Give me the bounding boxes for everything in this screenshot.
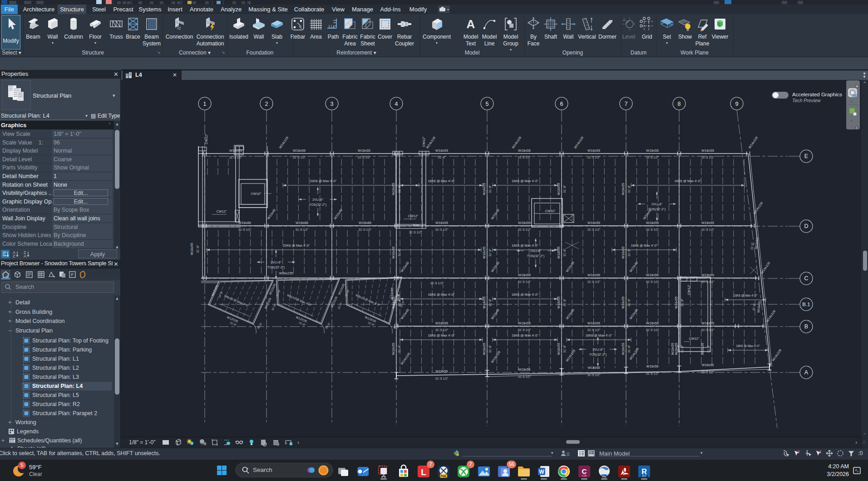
svg-text:W18x55: W18x55 xyxy=(358,149,370,153)
svg-text:8: 8 xyxy=(678,101,681,107)
svg-text:W18x55: W18x55 xyxy=(646,221,659,225)
svg-text:31'-5 1/2": 31'-5 1/2" xyxy=(646,328,659,332)
svg-text:31'-8": 31'-8" xyxy=(488,248,492,257)
svg-text:TOS(32'-2"): TOS(32'-2") xyxy=(527,254,544,258)
svg-text:CW12": CW12" xyxy=(204,134,208,144)
svg-text:W18x55: W18x55 xyxy=(646,321,659,325)
svg-text:31'-5 1/2": 31'-5 1/2" xyxy=(430,282,444,285)
svg-text:W18x55: W18x55 xyxy=(391,247,395,259)
svg-text:A: A xyxy=(467,17,475,31)
svg-text:W18x55: W18x55 xyxy=(621,297,625,309)
svg-text:W10x49: W10x49 xyxy=(399,308,410,320)
svg-text:2VLI-6": 2VLI-6" xyxy=(312,198,323,202)
svg-text:31'-5 1/2": 31'-5 1/2" xyxy=(518,156,531,159)
svg-text:W14x109: W14x109 xyxy=(573,136,584,149)
svg-text::0: :0 xyxy=(566,452,570,457)
svg-text:W18x55: W18x55 xyxy=(557,247,561,259)
svg-text:31'-5 1/2": 31'-5 1/2" xyxy=(409,231,422,234)
svg-text:W18x55: W18x55 xyxy=(621,247,625,259)
svg-text:CW12": CW12" xyxy=(422,136,426,147)
svg-text:1: 1 xyxy=(203,101,207,107)
svg-text:31'-5 1/2": 31'-5 1/2" xyxy=(238,228,252,231)
svg-text:16K6 @ Max 4'-0": 16K6 @ Max 4'-0" xyxy=(736,344,760,347)
svg-text:W18x55: W18x55 xyxy=(621,183,625,195)
svg-text:CW12": CW12" xyxy=(217,209,227,213)
svg-text:B.1: B.1 xyxy=(802,302,810,307)
svg-text:31'-5 1/2": 31'-5 1/2" xyxy=(587,373,601,377)
svg-text:16K6 @ Max 4'-0": 16K6 @ Max 4'-0" xyxy=(428,333,455,337)
svg-text:16K6 @ Max 4'-0": 16K6 @ Max 4'-0" xyxy=(512,333,538,337)
svg-text:20K6 @ Max 4'-0": 20K6 @ Max 4'-0" xyxy=(310,179,337,183)
svg-text:TOS(32'-2"): TOS(32'-2") xyxy=(309,203,326,207)
svg-text:31'-5 1/2": 31'-5 1/2" xyxy=(518,280,531,283)
svg-text:2: 2 xyxy=(265,101,268,107)
svg-text:CW10": CW10" xyxy=(545,209,556,213)
svg-text:z: z xyxy=(857,470,858,473)
svg-text:31'-5 1/2": 31'-5 1/2" xyxy=(518,375,531,378)
svg-text:Z: Z xyxy=(13,254,15,258)
svg-text:3: 3 xyxy=(330,101,334,107)
svg-text:31'-8": 31'-8" xyxy=(196,245,199,253)
svg-text:W18x55: W18x55 xyxy=(621,343,625,355)
svg-text:W18x55: W18x55 xyxy=(701,221,714,225)
svg-text:W18x86: W18x86 xyxy=(296,221,308,225)
svg-text:16K6 @ Max 4'-0": 16K6 @ Max 4'-0" xyxy=(512,293,538,297)
svg-text:2VLI-6": 2VLI-6" xyxy=(651,202,662,206)
svg-text:W10x49: W10x49 xyxy=(628,308,639,320)
svg-text:W18x55: W18x55 xyxy=(435,149,448,153)
svg-text:B: B xyxy=(804,323,808,330)
svg-text:9: 9 xyxy=(735,101,739,107)
svg-text:W18x55: W18x55 xyxy=(646,364,659,368)
svg-text:CW12": CW12" xyxy=(689,337,700,341)
svg-text:W10x49: W10x49 xyxy=(399,261,410,273)
svg-text:W18x55: W18x55 xyxy=(391,343,395,355)
svg-text:31'-8": 31'-8" xyxy=(488,185,492,193)
svg-text:2VLI-6": 2VLI-6" xyxy=(592,347,603,352)
svg-text:65.5°: 65.5° xyxy=(325,322,331,329)
svg-text:31'-8": 31'-8" xyxy=(563,298,566,307)
svg-text:16K6 @ Max 4'-0": 16K6 @ Max 4'-0" xyxy=(512,243,538,248)
svg-text:W12X26: W12X26 xyxy=(337,283,345,295)
svg-text:P: P xyxy=(71,273,74,277)
svg-text:31'-5 1/2": 31'-5 1/2" xyxy=(359,228,372,231)
svg-text:31'-8": 31'-8" xyxy=(563,248,566,257)
svg-text:W10x49: W10x49 xyxy=(565,308,575,320)
svg-text:4: 4 xyxy=(395,101,398,107)
svg-text:31'-5 1/2": 31'-5 1/2" xyxy=(587,228,601,231)
svg-text:W14x109: W14x109 xyxy=(771,348,782,362)
svg-text:W8x10 @ Max 4'-0": W8x10 @ Max 4'-0" xyxy=(355,293,381,307)
svg-text:31'-5 1/2": 31'-5 1/2" xyxy=(587,156,601,159)
svg-text:W10x49: W10x49 xyxy=(490,261,500,273)
svg-text:W18x55: W18x55 xyxy=(587,149,600,153)
svg-text:W18x55: W18x55 xyxy=(518,221,531,225)
svg-text:W10x49: W10x49 xyxy=(565,261,575,273)
svg-text:31'-8": 31'-8" xyxy=(398,345,401,353)
svg-text:W18x55: W18x55 xyxy=(435,321,448,325)
svg-text:W14x109: W14x109 xyxy=(399,352,411,366)
svg-text:31'-5 1/2": 31'-5 1/2" xyxy=(435,328,449,332)
svg-text:W18x55: W18x55 xyxy=(518,149,531,153)
svg-text:31'-5 1/2": 31'-5 1/2" xyxy=(587,328,601,332)
svg-text:W18x55: W18x55 xyxy=(518,273,531,277)
svg-text:C3D: C3D xyxy=(582,474,587,477)
svg-text:16K6 @ Max 4'-0": 16K6 @ Max 4'-0" xyxy=(631,243,658,248)
svg-text:31'-5 1/2": 31'-5 1/2" xyxy=(435,228,449,231)
svg-text:31'-8": 31'-8" xyxy=(337,302,343,309)
svg-text:W18x55: W18x55 xyxy=(674,297,678,309)
svg-text:31'-5 1/2": 31'-5 1/2" xyxy=(701,228,715,231)
svg-text:W18x55: W18x55 xyxy=(588,366,600,370)
svg-text:20K6 @ Max 4'-0": 20K6 @ Max 4'-0" xyxy=(283,243,310,248)
svg-text:16K6 @ Max 4'-0": 16K6 @ Max 4'-0" xyxy=(734,294,758,297)
svg-text:31'-8": 31'-8" xyxy=(438,156,446,159)
svg-text:W18x55: W18x55 xyxy=(587,273,600,277)
svg-text:W18x55: W18x55 xyxy=(518,321,531,325)
svg-text:31'-8": 31'-8" xyxy=(563,345,566,353)
svg-text:A: A xyxy=(24,254,26,258)
svg-text:W18x55: W18x55 xyxy=(482,247,486,259)
svg-text:TOS(32'-2"): TOS(32'-2") xyxy=(648,207,666,211)
svg-text:31'-5 1/2": 31'-5 1/2" xyxy=(646,372,659,375)
svg-text:W14x109: W14x109 xyxy=(511,136,522,149)
svg-text:31'-8": 31'-8" xyxy=(627,345,631,353)
svg-text:CW12": CW12" xyxy=(408,214,419,218)
svg-text:16K6 @ Max 4'-0": 16K6 @ Max 4'-0" xyxy=(675,179,701,183)
